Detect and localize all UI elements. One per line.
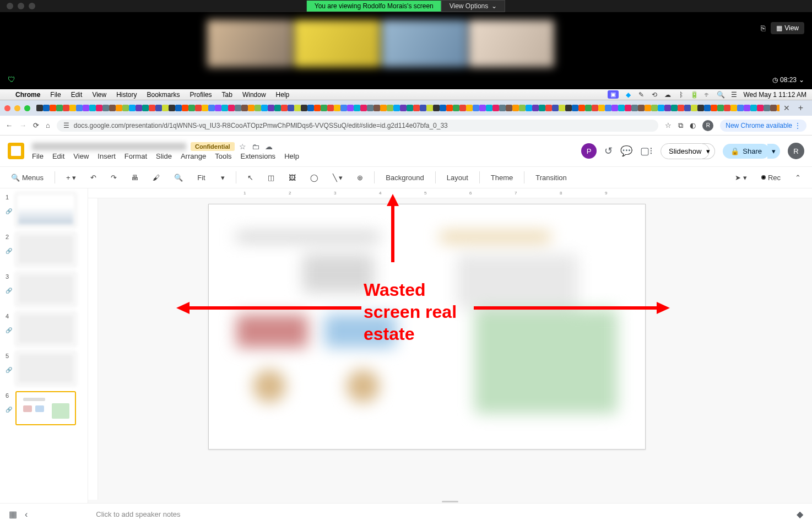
tab-favicon[interactable] [380,105,387,111]
redo-icon[interactable]: ↷ [107,171,120,184]
slides-logo-icon[interactable] [8,143,24,159]
notes-resize-handle[interactable] [88,500,812,503]
extension-icon[interactable]: ◐ [690,121,696,129]
tab-favicon[interactable] [268,105,274,111]
tab-favicon[interactable] [43,105,50,111]
bluetooth-icon[interactable]: ᛒ [677,91,685,99]
explore-icon[interactable]: ◆ [797,509,803,519]
tab-favicon[interactable] [426,105,433,111]
transition-button[interactable]: Transition [532,171,570,184]
tab-favicon[interactable] [202,105,208,111]
tab-favicon[interactable] [744,105,750,111]
undo-icon[interactable]: ↶ [87,171,100,184]
pointer-icon[interactable]: ➤ ▾ [732,171,750,184]
menu-item[interactable]: Edit [71,91,83,99]
tab-favicon[interactable] [697,105,704,111]
video-tile[interactable] [207,20,293,67]
tab-favicon[interactable] [334,105,340,111]
tab-favicon[interactable] [188,105,195,111]
print-icon[interactable]: 🖶 [128,171,142,184]
tab-favicon[interactable] [50,105,56,111]
tab-favicon[interactable] [704,105,711,111]
tab-favicon[interactable] [585,105,592,111]
menu-item[interactable]: Bookmarks [147,91,180,99]
tab-favicon[interactable] [479,105,486,111]
extension-icon[interactable]: ⧉ [678,121,683,130]
comments-icon[interactable]: 💬 [620,145,632,157]
tab-favicon[interactable] [671,105,678,111]
tab-favicon[interactable] [631,105,638,111]
tab-favicon[interactable] [261,105,268,111]
share-dropdown[interactable]: ▾ [767,144,780,159]
app-name[interactable]: Chrome [15,91,40,99]
tab-favicon[interactable] [175,105,182,111]
tab-favicon[interactable] [440,105,446,111]
tab-favicon[interactable] [730,105,737,111]
background-button[interactable]: Background [382,171,427,184]
tab-favicon[interactable] [288,105,294,111]
tab-favicon[interactable] [618,105,625,111]
tab-favicon[interactable] [354,105,360,111]
tab-favicon[interactable] [777,105,779,111]
profile-avatar[interactable]: R [702,120,713,131]
tab-favicon[interactable] [327,105,334,111]
tab-favicon[interactable] [651,105,658,111]
tab-favicon[interactable] [446,105,453,111]
status-icon[interactable]: ✎ [637,91,645,99]
slide-thumbnail[interactable]: 2🔗 [6,232,82,267]
tab-favicon[interactable] [526,105,532,111]
image-icon[interactable]: 🖼 [285,171,299,184]
menubar-clock[interactable]: Wed May 1 11:12 AM [743,91,806,99]
menu-item[interactable]: Arrange [181,152,206,160]
menu-item[interactable]: View [92,91,106,99]
tab-favicon[interactable] [96,105,102,111]
close-dot-icon[interactable] [4,105,10,111]
tab-favicon[interactable] [301,105,307,111]
tab-favicon[interactable] [321,105,327,111]
status-icon[interactable]: ⟲ [651,91,658,99]
star-icon[interactable]: ☆ [665,121,672,129]
tab-favicon[interactable] [393,105,400,111]
site-settings-icon[interactable]: ☰ [63,122,69,129]
new-slide-button[interactable]: + ▾ [63,171,79,184]
tab-favicon[interactable] [89,105,96,111]
tab-favicon[interactable] [724,105,730,111]
reload-icon[interactable]: ⟳ [33,121,39,129]
tab-favicon[interactable] [162,105,169,111]
star-icon[interactable]: ☆ [239,142,246,151]
menu-item[interactable]: Help [276,91,290,99]
tab-favicon[interactable] [248,105,255,111]
history-icon[interactable]: ↺ [604,145,613,157]
tab-favicon[interactable] [473,105,479,111]
cloud-icon[interactable]: ☁ [664,91,672,99]
tab-favicon[interactable] [532,105,539,111]
tab-favicon[interactable] [539,105,545,111]
tab-favicon[interactable] [519,105,526,111]
tab-favicon[interactable] [221,105,228,111]
tab-favicon[interactable] [552,105,559,111]
tab-favicon[interactable] [281,105,288,111]
tab-favicon[interactable] [155,105,162,111]
tab-favicon[interactable] [149,105,155,111]
slide-thumbnail[interactable]: 1🔗 [6,193,82,227]
menu-item[interactable]: Slide [156,152,172,160]
menu-item[interactable]: Help [284,152,299,160]
share-button[interactable]: 🔒 Share [723,144,770,159]
minimize-dot-icon[interactable] [14,105,20,111]
tab-favicon[interactable] [545,105,552,111]
tab-favicon[interactable] [235,105,241,111]
slide-thumbnail-active[interactable]: 6🔗 [6,391,82,425]
wifi-icon[interactable]: ᯤ [703,91,711,99]
tab-favicon[interactable] [367,105,373,111]
tab-favicon[interactable] [433,105,440,111]
select-icon[interactable]: ↖ [244,171,257,184]
zoom-layout-icon[interactable]: ⎘ [761,24,765,33]
shape-icon[interactable]: ◯ [307,171,322,184]
status-icon[interactable]: ◆ [624,91,632,99]
tab-favicon[interactable] [109,105,116,111]
theme-button[interactable]: Theme [488,171,516,184]
document-title[interactable] [32,143,186,150]
menu-item[interactable]: Format [124,152,147,160]
tab-favicon[interactable] [314,105,321,111]
grid-view-icon[interactable]: ▦ [9,509,17,519]
